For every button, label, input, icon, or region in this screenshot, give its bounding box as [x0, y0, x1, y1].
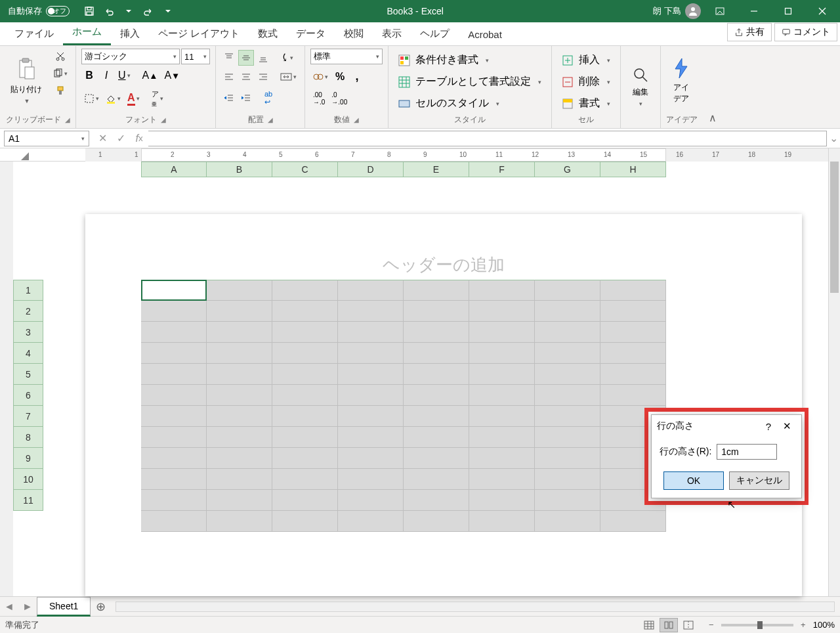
zoom-slider[interactable] — [721, 624, 793, 626]
tab-review[interactable]: 校閲 — [335, 22, 373, 45]
font-launcher[interactable]: ◢ — [161, 116, 166, 123]
cell[interactable] — [272, 511, 338, 532]
qat-dropdown-icon[interactable] — [119, 2, 138, 20]
column-header[interactable]: G — [535, 162, 600, 177]
cell[interactable] — [469, 490, 535, 511]
sheet-nav-prev[interactable]: ◄ — [0, 598, 18, 616]
cell[interactable] — [600, 364, 666, 385]
cell[interactable] — [272, 301, 338, 322]
cell[interactable] — [535, 301, 600, 322]
zoom-level[interactable]: 100% — [813, 620, 835, 630]
tab-insert[interactable]: 挿入 — [111, 22, 149, 45]
cell[interactable] — [207, 322, 272, 343]
tab-formulas[interactable]: 数式 — [249, 22, 287, 45]
cell[interactable] — [535, 280, 600, 301]
column-header[interactable]: D — [338, 162, 404, 177]
paste-button[interactable]: 貼り付け ▼ — [5, 49, 47, 113]
cell[interactable] — [469, 427, 535, 448]
cell[interactable] — [535, 448, 600, 469]
cell[interactable] — [404, 280, 469, 301]
cell[interactable] — [141, 469, 207, 490]
cell[interactable] — [535, 511, 600, 532]
cell[interactable] — [338, 301, 404, 322]
decrease-decimal-button[interactable]: .0→.00 — [329, 89, 350, 108]
cell[interactable] — [338, 490, 404, 511]
select-all-button[interactable] — [18, 150, 30, 162]
name-box[interactable]: A1▾ — [4, 131, 89, 146]
number-launcher[interactable]: ◢ — [354, 116, 359, 123]
merge-button[interactable]: ▾ — [278, 69, 299, 85]
column-header[interactable]: B — [207, 162, 272, 177]
increase-font-button[interactable]: A▲ — [140, 67, 161, 84]
normal-view-button[interactable] — [640, 618, 658, 632]
decrease-indent-button[interactable] — [221, 91, 237, 106]
cell[interactable] — [404, 301, 469, 322]
cell[interactable] — [469, 469, 535, 490]
cell[interactable] — [272, 322, 338, 343]
sheet-nav-next[interactable]: ► — [18, 598, 37, 616]
font-size-select[interactable]: 11▾ — [181, 49, 210, 64]
fx-button[interactable]: fx — [130, 131, 148, 146]
cell[interactable] — [404, 448, 469, 469]
cell-styles-button[interactable]: セルのスタイル ▾ — [394, 95, 546, 112]
format-painter-button[interactable] — [50, 83, 70, 98]
cell[interactable] — [535, 322, 600, 343]
cell[interactable] — [600, 511, 666, 532]
row-header[interactable]: 9 — [13, 448, 43, 469]
alignment-launcher[interactable]: ◢ — [268, 116, 273, 123]
cell[interactable] — [141, 301, 207, 322]
formula-input[interactable] — [148, 131, 827, 146]
font-color-button[interactable]: A▾ — [125, 89, 142, 108]
underline-button[interactable]: U▾ — [116, 67, 133, 84]
cell[interactable] — [600, 301, 666, 322]
font-name-select[interactable]: 游ゴシック▾ — [81, 49, 180, 64]
tab-home[interactable]: ホーム — [63, 20, 111, 45]
cell[interactable] — [338, 280, 404, 301]
undo-icon[interactable] — [100, 2, 118, 20]
cell[interactable] — [338, 343, 404, 364]
accounting-format-button[interactable]: ▾ — [310, 69, 331, 85]
borders-button[interactable]: ▾ — [81, 91, 102, 106]
autosave-toggle[interactable]: 自動保存 オフ — [8, 5, 70, 17]
row-header[interactable]: 3 — [13, 322, 43, 343]
row-header[interactable]: 4 — [13, 343, 43, 364]
format-cells-button[interactable]: 書式 ▾ — [557, 95, 615, 112]
cell[interactable] — [469, 322, 535, 343]
collapse-ribbon-button[interactable]: ∧ — [703, 46, 723, 128]
header-placeholder[interactable]: ヘッダーの追加 — [85, 253, 802, 276]
cancel-formula-button[interactable]: ✕ — [93, 131, 112, 146]
align-middle-button[interactable] — [238, 50, 254, 66]
increase-indent-button[interactable] — [238, 91, 254, 106]
cell[interactable] — [404, 322, 469, 343]
close-icon[interactable] — [807, 0, 837, 22]
row-header[interactable]: 2 — [13, 301, 43, 322]
cell[interactable] — [272, 280, 338, 301]
cell[interactable] — [272, 469, 338, 490]
wrap-text-button[interactable]: ab↩ — [261, 87, 276, 109]
page-break-view-button[interactable] — [679, 618, 698, 632]
cell[interactable] — [338, 427, 404, 448]
cell[interactable] — [272, 490, 338, 511]
minimize-icon[interactable] — [739, 0, 769, 22]
cancel-button[interactable]: キャンセル — [729, 471, 789, 490]
cell[interactable] — [207, 427, 272, 448]
cell[interactable] — [600, 343, 666, 364]
orientation-button[interactable]: ⤹▾ — [278, 49, 296, 66]
row-header[interactable]: 6 — [13, 385, 43, 406]
cell[interactable] — [141, 448, 207, 469]
comments-button[interactable]: コメント — [774, 23, 837, 41]
user-account[interactable]: 朗 下島 — [653, 3, 701, 19]
cell[interactable] — [600, 322, 666, 343]
row-header[interactable]: 10 — [13, 469, 43, 490]
number-format-select[interactable]: 標準▾ — [310, 49, 383, 64]
cell[interactable] — [469, 385, 535, 406]
cell[interactable] — [207, 280, 272, 301]
cell[interactable] — [141, 343, 207, 364]
cell[interactable] — [469, 511, 535, 532]
cell[interactable] — [404, 469, 469, 490]
cell[interactable] — [207, 511, 272, 532]
enter-formula-button[interactable]: ✓ — [112, 131, 130, 146]
cell[interactable] — [272, 427, 338, 448]
increase-decimal-button[interactable]: .00→.0 — [310, 89, 327, 108]
cell[interactable] — [207, 469, 272, 490]
